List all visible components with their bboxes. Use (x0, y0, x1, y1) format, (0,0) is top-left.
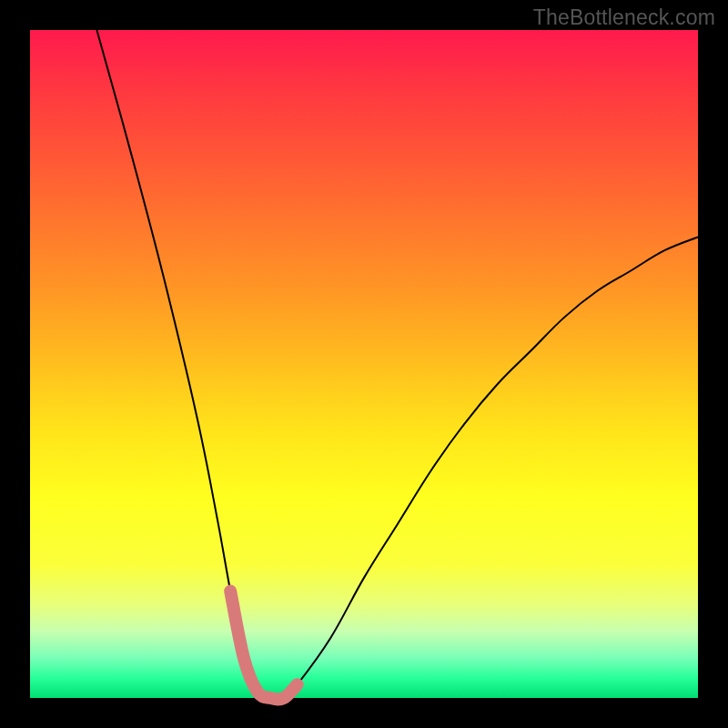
bottleneck-curve (30, 30, 698, 698)
curve-path (96, 30, 698, 700)
highlight-segment (230, 592, 297, 700)
plot-area (30, 30, 698, 698)
chart-frame: TheBottleneck.com (0, 0, 728, 728)
watermark-text: TheBottleneck.com (533, 5, 715, 30)
